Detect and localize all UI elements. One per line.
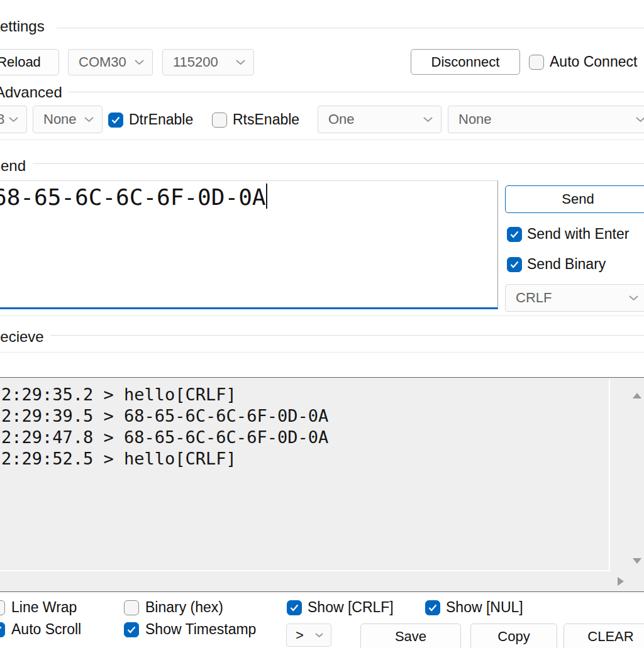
chevron-down-icon — [315, 632, 323, 638]
send-binary-label[interactable]: Send Binary — [527, 256, 606, 273]
show-crlf-checkbox[interactable] — [287, 600, 302, 615]
chevron-down-icon — [636, 116, 644, 123]
settings-group-label: Settings — [0, 18, 45, 35]
receive-group-line — [50, 335, 644, 336]
advanced-group-line — [68, 92, 644, 92]
line-ending-select-value: CRLF — [516, 290, 552, 306]
reload-button-label: Reload — [0, 54, 41, 70]
copy-button-label: Copy — [497, 629, 530, 645]
handshake-select[interactable]: None — [448, 106, 644, 133]
prompt-select-value: > — [296, 627, 304, 644]
chevron-down-icon — [9, 116, 18, 123]
reload-button[interactable]: Reload — [0, 49, 59, 75]
save-button-label: Save — [395, 629, 426, 645]
auto-scroll-checkbox[interactable] — [0, 622, 5, 637]
auto-scroll-label[interactable]: Auto Scroll — [11, 621, 81, 638]
stop-bits-select[interactable]: One — [318, 106, 441, 133]
send-group-line — [33, 163, 644, 164]
disconnect-button[interactable]: Disconnect — [411, 49, 520, 75]
baud-select[interactable]: 115200 — [162, 49, 254, 75]
log-line: 2:29:47.8 > 68-65-6C-6C-6F-0D-0A — [1, 427, 328, 448]
data-bits-select-value: 8 — [0, 111, 4, 128]
parity-select[interactable]: None — [33, 106, 103, 133]
dtr-enable-checkbox[interactable] — [108, 113, 123, 128]
show-timestamp-label[interactable]: Show Timestamp — [145, 621, 256, 638]
send-with-enter-label[interactable]: Send with Enter — [527, 226, 629, 243]
binary-hex-label[interactable]: Binary (hex) — [145, 599, 223, 616]
receive-log-lines: 2:29:35.2 > hello[CRLF]2:29:39.5 > 68-65… — [1, 384, 328, 470]
copy-button[interactable]: Copy — [470, 623, 557, 648]
line-wrap-label[interactable]: Line Wrap — [11, 599, 77, 616]
line-ending-select[interactable]: CRLF — [505, 284, 644, 312]
checkmark-icon — [290, 604, 299, 612]
serial-terminal-window: Settings Reload COM30 115200 Disconnect … — [0, 0, 644, 648]
checkmark-icon — [428, 604, 437, 612]
text-caret — [266, 184, 267, 209]
data-bits-select[interactable]: 8 — [0, 106, 27, 133]
checkmark-icon — [510, 231, 519, 238]
binary-hex-checkbox[interactable] — [124, 600, 139, 615]
show-timestamp-checkbox[interactable] — [124, 622, 139, 637]
baud-select-value: 115200 — [173, 54, 218, 70]
line-wrap-checkbox[interactable] — [0, 600, 5, 615]
log-line: 2:29:39.5 > 68-65-6C-6C-6F-0D-0A — [1, 405, 328, 427]
advanced-group-label: Advanced — [0, 84, 62, 101]
prompt-select[interactable]: > — [286, 623, 331, 647]
section-divider — [0, 352, 644, 353]
chevron-down-icon — [629, 295, 638, 301]
chevron-down-icon — [84, 116, 94, 123]
receive-log-area[interactable]: 2:29:35.2 > hello[CRLF]2:29:39.5 > 68-65… — [0, 377, 644, 592]
disconnect-button-label: Disconnect — [431, 54, 500, 70]
clear-button[interactable]: CLEAR — [564, 623, 644, 648]
rts-enable-checkbox[interactable] — [212, 113, 227, 128]
show-nul-checkbox[interactable] — [425, 600, 440, 615]
stop-bits-select-value: One — [328, 111, 355, 128]
parity-select-value: None — [43, 111, 77, 128]
chevron-down-icon — [423, 116, 433, 123]
section-divider — [0, 316, 644, 316]
scroll-up-icon[interactable] — [633, 393, 641, 398]
send-input-value: 68-65-6C-6C-6F-0D-0A — [1, 184, 265, 210]
dtr-enable-label[interactable]: DtrEnable — [129, 111, 193, 128]
send-input[interactable]: 68-65-6C-6C-6F-0D-0A — [0, 180, 498, 309]
send-button-label: Send — [562, 191, 594, 207]
section-divider — [0, 140, 644, 140]
send-group-label: Send — [0, 157, 26, 175]
receive-group-label: Recieve — [0, 328, 44, 346]
scroll-right-icon[interactable] — [618, 577, 624, 586]
scroll-down-icon[interactable] — [633, 558, 641, 564]
port-select[interactable]: COM30 — [68, 49, 153, 75]
chevron-down-icon — [135, 59, 144, 65]
checkmark-icon — [127, 626, 136, 634]
show-crlf-label[interactable]: Show [CRLF] — [308, 599, 394, 616]
send-binary-checkbox[interactable] — [507, 257, 522, 272]
checkmark-icon — [111, 116, 120, 124]
log-line: 2:29:52.5 > hello[CRLF] — [1, 448, 328, 470]
checkmark-icon — [510, 261, 519, 268]
clear-button-label: CLEAR — [587, 629, 633, 645]
chevron-down-icon — [236, 59, 245, 65]
port-select-value: COM30 — [79, 54, 126, 70]
send-with-enter-checkbox[interactable] — [507, 227, 522, 242]
log-line: 2:29:35.2 > hello[CRLF] — [1, 384, 328, 405]
rts-enable-label[interactable]: RtsEnable — [233, 111, 299, 128]
settings-group-line — [57, 28, 644, 28]
save-button[interactable]: Save — [360, 623, 461, 648]
show-nul-label[interactable]: Show [NUL] — [446, 599, 523, 616]
handshake-select-value: None — [458, 111, 492, 128]
checkmark-icon — [0, 626, 2, 634]
auto-connect-checkbox[interactable] — [529, 55, 544, 70]
send-button[interactable]: Send — [505, 185, 644, 213]
auto-connect-label[interactable]: Auto Connect — [550, 53, 637, 70]
